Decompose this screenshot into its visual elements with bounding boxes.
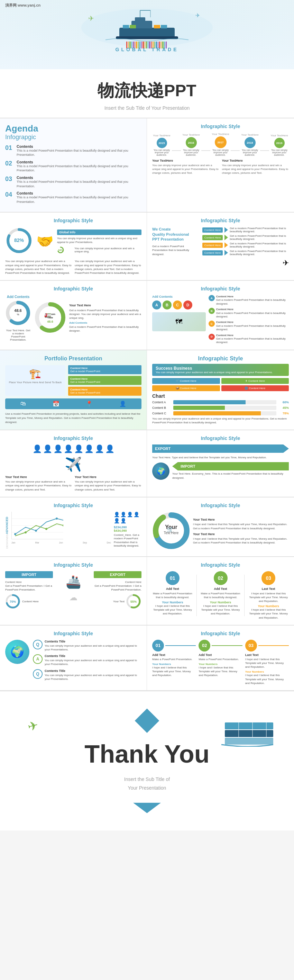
diamond-top-decoration <box>135 709 159 733</box>
icon-bag: 🛍 <box>21 401 26 407</box>
step-02: 02 Add Text Make a PowePoint Presentatio… <box>200 571 241 620</box>
svg-point-62 <box>63 525 63 527</box>
svg-text:70%: 70% <box>10 600 16 603</box>
section-agenda-row: Agenda Infograpgic 01 Contents This is a… <box>0 118 294 212</box>
agenda-item-2: 02 Contents This is a model PowerPoint P… <box>5 160 141 173</box>
svg-rect-74 <box>225 722 273 729</box>
qa-a1: A Contents Title You can simply improve … <box>33 654 141 666</box>
thank-you-plane-icon: ✈ <box>26 718 40 735</box>
section-row2: Infographic Style 82% 🤝 Global Info You … <box>0 212 294 280</box>
thank-you-title: Thank You <box>7 740 287 768</box>
agenda-item-3-text: This is a model PowerPoint Presentation … <box>17 180 141 188</box>
donut-truck-panel: Infographic Style Add Contents 48.6 % Yo… <box>0 281 147 350</box>
header-illustration: ✈ ✈ GLOBAL TRADE <box>78 7 216 52</box>
num-item-03: 03 Last Text I hope and I believe that t… <box>245 640 289 685</box>
handshake-panel: Infographic Style 82% 🤝 Global Info You … <box>0 213 147 280</box>
section-row5: Infographic Style 👤 👤 👤 👤 👤 👤 👤 👤 ✈️ You… <box>0 430 294 497</box>
cloud-icon: ☁ <box>56 593 91 602</box>
svg-text:82%: 82% <box>14 237 24 243</box>
icon-person: 👤 <box>119 401 126 407</box>
truck-icon: 🚛 <box>44 312 51 318</box>
section-row3: Infographic Style Add Contents 48.6 % Yo… <box>0 280 294 350</box>
large-donut-70: Your Text Here 🛒 <box>152 512 190 551</box>
agenda-num-4: 04 <box>5 191 14 198</box>
circle-a: A <box>152 301 161 309</box>
svg-text:✈: ✈ <box>88 14 94 22</box>
header-section: 演界网 www.yanj.cn <box>0 0 294 69</box>
success-panel: Infographic Style Success Business You c… <box>147 350 294 430</box>
svg-text:%: % <box>17 313 19 316</box>
svg-point-59 <box>56 517 58 520</box>
large-plane-icon: ✈️ <box>5 456 141 473</box>
agenda-items-list: 01 Contents This is a model PowerPoint P… <box>5 144 141 204</box>
svg-point-60 <box>25 531 27 533</box>
agenda-title2: Infograpgic <box>5 134 141 141</box>
line-chart-title: Infographic Style <box>5 503 141 508</box>
quality-ppt-panel: Infographic Style We CreateQuality Profe… <box>147 213 294 280</box>
agenda-item-1-title: Contents <box>17 144 141 148</box>
circle-b: B <box>162 301 172 309</box>
svg-rect-11 <box>161 25 167 29</box>
page: 演界网 www.yanj.cn <box>0 0 294 830</box>
svg-text:48.6: 48.6 <box>47 320 53 323</box>
qa-q1: Q Contents Title You can simply improve … <box>33 640 141 651</box>
agenda-item-4-text: This is a model PowerPoint Presentation … <box>17 195 141 204</box>
global-trade-visual: ✈ ✈ GLOBAL TRADE <box>7 7 287 53</box>
circle-c: C <box>173 301 182 309</box>
success-title: Infographic Style <box>152 355 289 362</box>
section-row6: Infographic Style ADVANCED DESIGNED <box>0 497 294 556</box>
amount2: $434,090 <box>114 529 141 532</box>
timeline-2016: Your TextHere 2016 You can simply improv… <box>181 133 200 156</box>
qa-panel: Infographic Style 🌍 Q Contents Title You… <box>0 625 147 690</box>
import-badge: IMPORT <box>5 571 53 578</box>
infographic-timeline-panel: Infographic Style Your TextHere 2015 You… <box>147 118 294 212</box>
thank-you-sub: Insert the Sub Title ofYour Presentation <box>7 775 287 792</box>
timeline-2019: Your TextHere 2019 You can simply improv… <box>270 134 289 156</box>
portfolio-visual: 🏗️ Place Your Picture Here And Send To B… <box>5 365 65 396</box>
agenda-title1: Agenda <box>5 124 141 134</box>
globe-large-icon: 🌍 <box>5 640 29 664</box>
section-row8: Infographic Style 🌍 Q Contents Title You… <box>0 625 294 690</box>
svg-rect-8 <box>123 25 129 29</box>
handshake-title: Infographic Style <box>5 218 141 223</box>
agenda-item-4: 04 Contents This is a model PowerPoint P… <box>5 191 141 204</box>
icon-calendar: 📅 <box>52 401 59 407</box>
agenda-item-2-title: Contents <box>17 160 141 164</box>
svg-text:48.6: 48.6 <box>14 309 21 313</box>
section-row7: Infographic Style IMPORT Content HereGet… <box>0 556 294 625</box>
sub-title: Insert the Sub Title of Your Presentatio… <box>7 105 287 111</box>
import-export-title: Infographic Style <box>5 562 141 568</box>
export-arrow: EXPORT <box>152 444 289 453</box>
agenda-panel: Agenda Infograpgic 01 Contents This is a… <box>0 118 147 212</box>
agenda-item-4-title: Contents <box>17 191 141 195</box>
numbers-right-title: Infographic Style <box>152 631 289 636</box>
thank-you-section: ✈ Thank You Insert the Sub Title ofYour … <box>0 690 294 830</box>
portfolio-title: Portfolio Presentation <box>5 355 141 362</box>
cart-icon-donut: 🛒 <box>167 526 174 533</box>
svg-text:GLOBAL  TRADE: GLOBAL TRADE <box>116 47 179 52</box>
svg-rect-9 <box>130 25 136 29</box>
plane-icon-right: ✈ <box>202 259 289 267</box>
section-row4: Portfolio Presentation 🏗️ Place Your Pic… <box>0 350 294 430</box>
circular-chart-82: 82% <box>5 227 33 256</box>
donut-48-left: 48.6 % <box>5 300 31 326</box>
agenda-item-2-text: This is a model PowerPoint Presentation … <box>17 164 141 173</box>
quality-ppt-title: Infographic Style <box>152 218 289 223</box>
abcd-panel: Infographic Style Add Contents A B C D 🗺 <box>147 281 294 350</box>
line-chart-panel: Infographic Style ADVANCED DESIGNED <box>0 498 147 556</box>
people-plane-title: Infographic Style <box>5 436 141 441</box>
ship-icon-center: 🚢 <box>56 574 91 589</box>
diamond-bottom-decoration <box>133 803 161 813</box>
portfolio-panel: Portfolio Presentation 🏗️ Place Your Pic… <box>0 350 147 430</box>
step-03: 03 Last Text I hope and I believe that t… <box>248 571 289 620</box>
success-business-banner: Success Business You can simply improve … <box>152 364 289 376</box>
svg-point-57 <box>14 533 16 535</box>
export-import-panel: Infographic Style EXPORT Your Text Here.… <box>147 430 294 497</box>
timeline-container: Your TextHere 2015 You can simply improv… <box>152 133 289 156</box>
num-item-02: 02 Add Text Make a PowePoint Presentatio… <box>199 640 242 685</box>
line-chart-svg <box>11 512 63 539</box>
numbers-right-panel: Infographic Style 01 Add Text Make a Pow… <box>147 625 294 690</box>
agenda-item-1-text: This is a model PowerPoint Presentation … <box>17 148 141 157</box>
agenda-header: Agenda Infograpgic <box>5 124 141 141</box>
handshake-icon: 🤝 <box>36 233 54 250</box>
